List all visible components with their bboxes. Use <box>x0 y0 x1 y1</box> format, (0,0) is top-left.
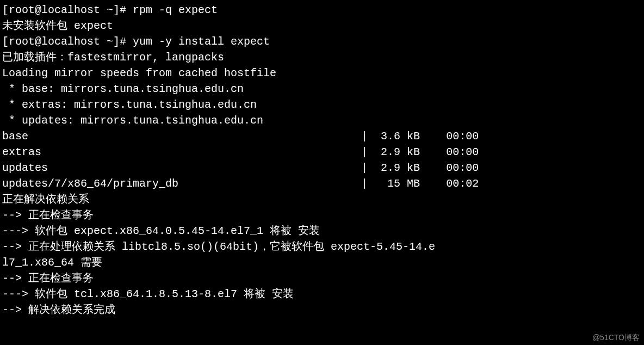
repo-row: base | 3.6 kB 00:00 <box>2 130 479 143</box>
output-line: * updates: mirrors.tuna.tsinghua.edu.cn <box>2 114 263 127</box>
repo-row: updates/7/x86_64/primary_db | 15 MB 00:0… <box>2 177 479 190</box>
repo-row: extras | 2.9 kB 00:00 <box>2 146 479 158</box>
watermark-text: @51CTO博客 <box>592 332 640 343</box>
output-line: --> 正在检查事务 <box>2 209 94 221</box>
output-line: 未安装软件包 expect <box>2 20 113 32</box>
terminal-output[interactable]: [root@localhost ~]# rpm -q expect 未安装软件包… <box>2 2 642 318</box>
output-line: --> 正在检查事务 <box>2 272 94 285</box>
shell-prompt: [root@localhost ~]# <box>2 4 133 16</box>
shell-prompt: [root@localhost ~]# <box>2 35 133 48</box>
repo-row: updates | 2.9 kB 00:00 <box>2 162 479 174</box>
command-text: yum -y install expect <box>133 35 270 48</box>
output-line: * extras: mirrors.tuna.tsinghua.edu.cn <box>2 98 257 111</box>
output-line: Loading mirror speeds from cached hostfi… <box>2 67 276 79</box>
output-line: l7_1.x86_64 需要 <box>2 256 102 269</box>
output-line: 正在解决依赖关系 <box>2 193 89 206</box>
command-text: rpm -q expect <box>133 4 218 16</box>
output-line: ---> 软件包 expect.x86_64.0.5.45-14.el7_1 将… <box>2 225 320 237</box>
output-line: --> 正在处理依赖关系 libtcl8.5.so()(64bit)，它被软件包… <box>2 241 435 253</box>
output-line: ---> 软件包 tcl.x86_64.1.8.5.13-8.el7 将被 安装 <box>2 288 294 300</box>
output-line: * base: mirrors.tuna.tsinghua.edu.cn <box>2 83 244 95</box>
output-line: 已加载插件：fastestmirror, langpacks <box>2 51 224 64</box>
output-line: --> 解决依赖关系完成 <box>2 304 115 316</box>
